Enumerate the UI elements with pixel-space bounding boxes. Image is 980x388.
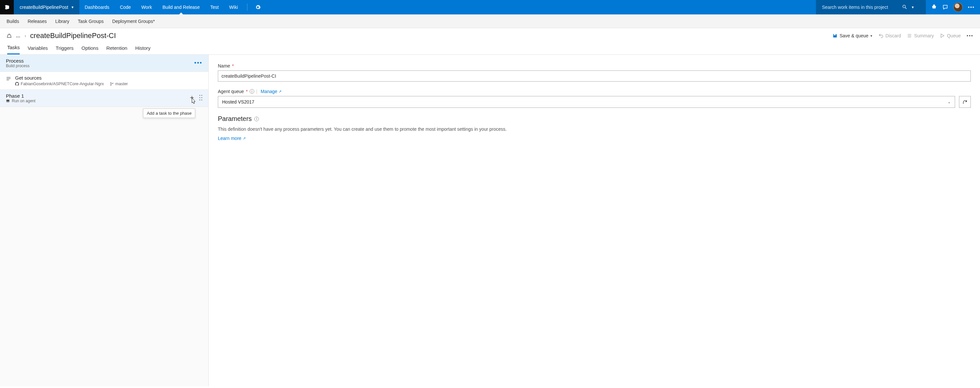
process-menu-icon[interactable]: •••: [194, 60, 202, 67]
right-pane: Name * Agent queue * i | Manage ↗: [208, 55, 980, 386]
drag-handle-icon[interactable]: [199, 95, 202, 101]
sources-icon: [6, 76, 11, 82]
search-box[interactable]: ▾: [816, 0, 926, 14]
process-subtitle: Build process: [6, 63, 30, 68]
nav-separator: [247, 3, 247, 11]
get-sources-row[interactable]: Get sources FabianGosebrink/ASPNETCore-A…: [0, 72, 208, 90]
parameters-heading: Parameters i: [218, 115, 971, 123]
agent-icon: [6, 99, 10, 103]
breadcrumb-overflow[interactable]: …: [16, 33, 21, 38]
list-icon: [907, 33, 912, 38]
agent-queue-value: Hosted VS2017: [222, 99, 254, 105]
title-row: … › createBuildPipelinePost-CI Save & qu…: [0, 28, 980, 41]
svg-point-16: [202, 95, 202, 96]
external-link-icon: ↗: [243, 136, 246, 141]
tab-retention[interactable]: Retention: [106, 45, 127, 54]
left-pane: Process Build process ••• Get sources Fa…: [0, 55, 208, 386]
add-task-tooltip: Add a task to the phase: [143, 108, 195, 118]
play-icon: [940, 33, 945, 38]
svg-point-20: [202, 100, 202, 101]
phase-row[interactable]: Phase 1 Run on agent Add a task to the p…: [0, 90, 208, 107]
chevron-down-icon: ⌄: [948, 100, 951, 104]
settings-gear[interactable]: [251, 4, 264, 10]
undo-icon: [878, 33, 883, 38]
svg-point-17: [199, 97, 200, 98]
svg-point-8: [111, 82, 111, 83]
nav-test[interactable]: Test: [205, 0, 224, 14]
tab-options[interactable]: Options: [81, 45, 99, 54]
info-icon[interactable]: i: [250, 89, 254, 94]
manage-link[interactable]: Manage ↗: [261, 89, 282, 94]
nav-build-release[interactable]: Build and Release: [157, 0, 205, 14]
gear-icon: [255, 4, 261, 10]
discard-button[interactable]: Discard: [878, 33, 901, 38]
nav-wiki[interactable]: Wiki: [224, 0, 243, 14]
tab-variables[interactable]: Variables: [27, 45, 48, 54]
name-label: Name: [218, 63, 230, 68]
svg-line-1: [905, 8, 907, 9]
required-mark: *: [246, 89, 247, 94]
title-actions: Save & queue ▾ Discard Summary Queue •••: [832, 33, 974, 38]
queue-button[interactable]: Queue: [940, 33, 961, 38]
search-icon[interactable]: [902, 4, 907, 11]
nav-work[interactable]: Work: [136, 0, 157, 14]
top-nav: createBuildPipelinePost ▾ Dashboards Cod…: [0, 0, 980, 14]
agent-label: Agent queue: [218, 89, 244, 94]
subnav-taskgroups[interactable]: Task Groups: [78, 19, 104, 24]
process-title: Process: [6, 58, 30, 63]
save-queue-button[interactable]: Save & queue ▾: [832, 33, 872, 38]
repo-label: FabianGosebrink/ASPNETCore-Angular-Ngrx: [15, 82, 104, 86]
search-input[interactable]: [822, 5, 897, 10]
more-actions-icon[interactable]: •••: [967, 33, 974, 38]
nav-code[interactable]: Code: [115, 0, 136, 14]
project-name: createBuildPipelinePost: [20, 5, 68, 10]
tab-history[interactable]: History: [135, 45, 151, 54]
refresh-agent-button[interactable]: [959, 96, 971, 108]
tab-tasks[interactable]: Tasks: [7, 44, 20, 54]
svg-rect-12: [6, 102, 10, 102]
save-icon: [832, 33, 838, 38]
user-avatar[interactable]: [953, 3, 963, 12]
chevron-down-icon: ▾: [870, 34, 872, 38]
search-chevron-icon[interactable]: ▾: [912, 5, 914, 10]
subnav-builds[interactable]: Builds: [6, 19, 19, 24]
project-switcher[interactable]: createBuildPipelinePost ▾: [14, 0, 80, 14]
subnav-releases[interactable]: Releases: [27, 19, 46, 24]
sub-nav: Builds Releases Library Task Groups Depl…: [0, 14, 980, 28]
branch-label: master: [110, 82, 128, 86]
external-link-icon: ↗: [278, 89, 282, 94]
svg-point-19: [199, 100, 200, 101]
svg-point-9: [111, 85, 111, 86]
branch-icon: [110, 82, 114, 86]
marketplace-icon[interactable]: [931, 4, 937, 10]
overflow-icon[interactable]: •••: [968, 5, 975, 10]
tab-triggers[interactable]: Triggers: [56, 45, 73, 54]
process-row[interactable]: Process Build process •••: [0, 55, 208, 72]
parameters-text: This definition doesn't have any process…: [218, 126, 971, 132]
sources-title: Get sources: [15, 75, 128, 81]
vsts-logo[interactable]: [0, 0, 14, 14]
body-split: Process Build process ••• Get sources Fa…: [0, 55, 980, 386]
required-mark: *: [232, 63, 234, 68]
add-task-button[interactable]: [189, 95, 194, 101]
github-icon: [15, 82, 19, 86]
feedback-icon[interactable]: [942, 4, 948, 10]
subnav-library[interactable]: Library: [56, 19, 70, 24]
info-icon[interactable]: i: [254, 117, 259, 121]
svg-point-15: [199, 95, 200, 96]
breadcrumb-chevron-icon: ›: [25, 33, 26, 38]
refresh-icon: [962, 99, 967, 105]
chevron-down-icon: ▾: [72, 5, 73, 10]
summary-button[interactable]: Summary: [907, 33, 934, 38]
pipeline-title: createBuildPipelinePost-CI: [30, 32, 116, 40]
learn-more-link[interactable]: Learn more ↗: [218, 136, 246, 141]
svg-point-0: [903, 5, 905, 8]
build-icon[interactable]: [6, 33, 12, 39]
subnav-deploymentgroups[interactable]: Deployment Groups*: [112, 19, 155, 24]
agent-queue-select[interactable]: Hosted VS2017 ⌄: [218, 96, 955, 108]
top-right-icons: •••: [926, 3, 980, 12]
nav-dashboards[interactable]: Dashboards: [80, 0, 115, 14]
svg-point-18: [202, 97, 202, 98]
top-nav-links: Dashboards Code Work Build and Release T…: [80, 0, 243, 14]
name-input[interactable]: [218, 70, 971, 82]
